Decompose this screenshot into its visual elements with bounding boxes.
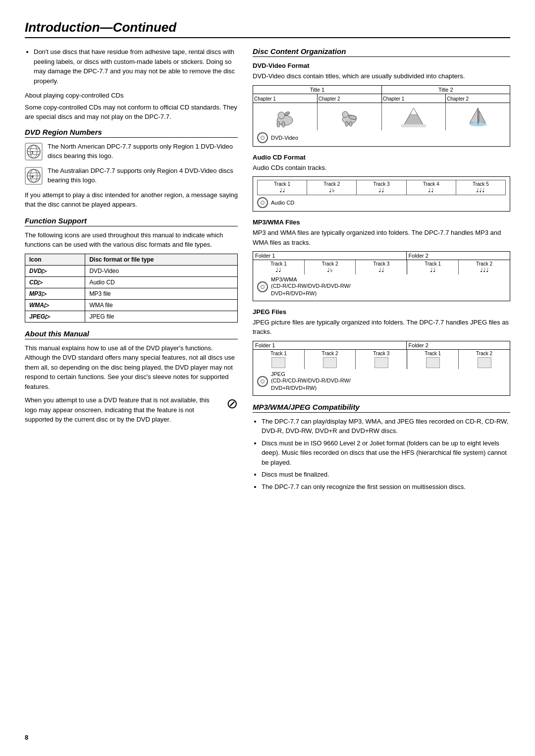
mp3-wma-heading: MP3/WMA Files (253, 218, 510, 226)
about-manual-section: About this Manual This manual explains h… (25, 329, 238, 425)
table-icon-jpeg: JPEG▷ (25, 311, 85, 322)
svg-marker-26 (479, 110, 485, 123)
mp3-f2-track-2: Track 2 ♩♩♩ (459, 260, 510, 274)
dvd-video-diagram: Title 1 Title 2 Chapter 1 Chapter 2 (253, 85, 510, 147)
svg-text:1: 1 (31, 150, 34, 155)
table-icon-wma: WMA▷ (25, 299, 85, 311)
dvd-video-text: DVD-Video discs contain titles, which ar… (253, 71, 510, 81)
dvd-image-sailboat (466, 106, 490, 127)
table-type-wma: WMA file (85, 299, 238, 311)
dvd-image-4 (446, 103, 510, 130)
main-content: Don't use discs that have residue from a… (25, 47, 510, 495)
table-icon-dvd: DVD▷ (25, 265, 85, 276)
about-manual-para2: ⊘ When you attempt to use a DVD feature … (25, 395, 238, 425)
audio-track-4: Track 4 ♩♩ (407, 180, 456, 195)
svg-point-13 (278, 112, 285, 119)
track-symbol-5: ♩♩♩ (458, 187, 504, 194)
svg-marker-23 (410, 108, 417, 114)
dvd-diagram-bottom: DVD-Video (253, 130, 510, 146)
region-text-2: The Australian DPC-7.7 supports only Reg… (48, 166, 238, 185)
mp3-compat-list: The DPC-7.7 can play/display MP3, WMA, a… (262, 417, 510, 492)
audio-cd-section: Audio CD Format Audio CDs contain tracks… (253, 154, 510, 212)
table-header-type: Disc format or file type (85, 254, 238, 265)
mp3-folder-1-title: Folder 1 (253, 252, 407, 260)
audio-disc-icon (257, 197, 268, 208)
jpeg-folder-title-row: Folder 1 Folder 2 (253, 341, 510, 350)
mp3-compat-title: MP3/WMA/JPEG Compatibility (253, 403, 510, 413)
audio-track-1: Track 1 ♩♩ (258, 180, 307, 195)
mp3-f1-track-2: Track 2 ♩♭ (305, 260, 356, 274)
svg-point-21 (349, 121, 352, 126)
svg-point-20 (345, 121, 348, 126)
dvd-disc-icon (257, 132, 268, 143)
dvd-image-2 (318, 103, 382, 130)
mp3-wma-diagram-bottom: MP3/WMA (CD-R/CD-RW/DVD-R/DVD-RW/ DVD+R/… (253, 274, 510, 301)
mp3-folder2-tracks: Track 1 ♩♩ Track 2 ♩♩♩ (407, 260, 510, 274)
region-item-2: 4 The Australian DPC-7.7 supports only R… (25, 166, 238, 185)
disc-content-title: Disc Content Organization (253, 47, 510, 57)
jpeg-folder-2-title: Folder 2 (407, 341, 510, 349)
table-row: DVD▷ DVD-Video (25, 265, 238, 276)
jpeg-folder-1-title: Folder 1 (253, 341, 407, 349)
table-row: WMA▷ WMA file (25, 299, 238, 311)
jpeg-label: JPEG (CD-R/CD-RW/DVD-R/DVD-RW/ DVD+R/DVD… (271, 371, 351, 392)
dvd-region-title: DVD Region Numbers (25, 128, 238, 138)
svg-point-16 (282, 121, 285, 127)
mp3-f1-track-1: Track 1 ♩♩ (253, 260, 305, 274)
intro-bullet-1: Don't use discs that have residue from a… (34, 47, 238, 86)
function-support-intro: The following icons are used throughout … (25, 230, 238, 250)
function-support-section: Function Support The following icons are… (25, 216, 238, 323)
svg-point-14 (285, 111, 290, 115)
jpeg-f2-track-1: Track 1 (407, 350, 459, 369)
mp3-wma-text: MP3 and WMA files are typically organize… (253, 228, 510, 247)
dvd-chapter-2: Chapter 2 (318, 94, 382, 103)
table-icon-cd: CD▷ (25, 276, 85, 288)
dvd-title-1: Title 1 (253, 86, 382, 94)
audio-tracks-row: Track 1 ♩♩ Track 2 ♩♭ Track 3 ♩♩ (257, 180, 506, 195)
jpeg-folder1-tracks: Track 1 Track 2 Track 3 (253, 350, 407, 369)
audio-cd-text: Audio CDs contain tracks. (253, 163, 510, 173)
dvd-image-3 (382, 103, 446, 130)
mp3-compat-item-1: The DPC-7.7 can play/display MP3, WMA, a… (262, 417, 510, 436)
jpeg-text: JPEG picture files are typically organiz… (253, 318, 510, 337)
mp3-folder-2-title: Folder 2 (407, 252, 510, 260)
table-row: JPEG▷ JPEG file (25, 311, 238, 322)
left-column: Don't use discs that have residue from a… (25, 47, 238, 495)
audio-cd-heading: Audio CD Format (253, 154, 510, 161)
dvd-video-section: DVD-Video Format DVD-Video discs contain… (253, 62, 510, 147)
region-footer: If you attempt to play a disc intended f… (25, 190, 238, 210)
audio-cd-label: Audio CD (271, 200, 294, 206)
dvd-image-bird1 (272, 106, 297, 127)
dvd-chapter-1: Chapter 1 (253, 94, 318, 103)
function-support-title: Function Support (25, 216, 238, 226)
jpeg-diagram: Folder 1 Folder 2 Track 1 (253, 341, 510, 396)
no-symbol: ⊘ (226, 393, 238, 414)
mp3-compat-item-2: Discs must be in ISO 9660 Level 2 or Jol… (262, 438, 510, 468)
mp3-disc-icon (257, 281, 268, 292)
svg-marker-25 (470, 108, 478, 123)
mp3-wma-diagram: Folder 1 Folder 2 Track 1 ♩♩ (253, 251, 510, 301)
audio-cd-diagram: Track 1 ♩♩ Track 2 ♩♭ Track 3 ♩♩ (253, 176, 510, 212)
dvd-image-mountain (401, 106, 426, 127)
jpeg-heading: JPEG Files (253, 308, 510, 316)
table-row: CD▷ Audio CD (25, 276, 238, 288)
jpeg-diagram-bottom: JPEG (CD-R/CD-RW/DVD-R/DVD-RW/ DVD+R/DVD… (253, 369, 510, 395)
table-type-jpeg: JPEG file (85, 311, 238, 322)
region-item-1: 1 The North American DPC-7.7 supports on… (25, 142, 238, 161)
dvd-image-bird2 (337, 106, 362, 127)
right-column: Disc Content Organization DVD-Video Form… (253, 47, 510, 495)
copy-cd-section: About playing copy-controlled CDs Some c… (25, 91, 238, 122)
jpeg-f2-track-2: Track 2 (459, 350, 510, 369)
page-number: 8 (25, 734, 28, 741)
region-text-1: The North American DPC-7.7 supports only… (48, 142, 238, 161)
track-symbol-3: ♩♩ (358, 187, 404, 194)
region-icon-2: 4 (25, 167, 43, 185)
dvd-label: DVD-Video (271, 135, 298, 141)
page-wrapper: Introduction—Continued Don't use discs t… (25, 20, 510, 495)
mp3-f1-track-3: Track 3 ♩♩ (356, 260, 407, 274)
jpeg-f1-track-3: Track 3 (356, 350, 407, 369)
dvd-image-1 (253, 103, 318, 130)
dvd-chapter-3: Chapter 1 (382, 94, 446, 103)
region-icon-1: 1 (25, 143, 43, 161)
dvd-video-heading: DVD-Video Format (253, 62, 510, 69)
